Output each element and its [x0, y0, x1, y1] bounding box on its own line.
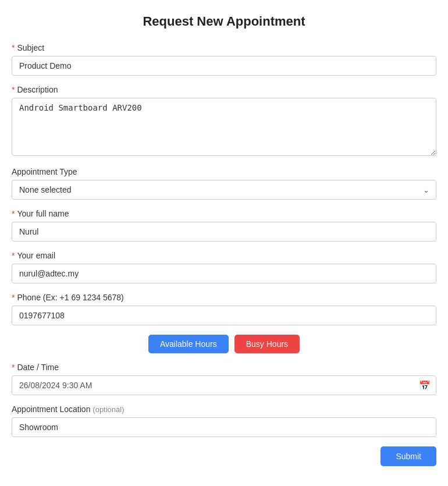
submit-button[interactable]: Submit: [381, 446, 436, 466]
hours-buttons-group: Available Hours Busy Hours: [12, 335, 436, 353]
busy-hours-button[interactable]: Busy Hours: [234, 335, 300, 353]
subject-label: *Subject: [12, 43, 436, 52]
description-textarea[interactable]: Android Smartboard ARV200: [12, 98, 436, 156]
datetime-label: *Date / Time: [12, 363, 436, 372]
email-required-star: *: [12, 251, 15, 260]
datetime-required-star: *: [12, 363, 15, 372]
phone-group: *Phone (Ex: +1 69 1234 5678): [12, 293, 436, 325]
location-input[interactable]: [12, 417, 436, 437]
description-required-star: *: [12, 85, 15, 94]
description-group: *Description Android Smartboard ARV200: [12, 85, 436, 158]
location-label: Appointment Location (optional): [12, 405, 436, 414]
phone-input[interactable]: [12, 306, 436, 325]
email-label: *Your email: [12, 251, 436, 260]
email-input[interactable]: [12, 264, 436, 283]
location-group: Appointment Location (optional): [12, 405, 436, 437]
page-wrapper: Request New Appointment *Subject *Descri…: [0, 0, 448, 486]
page-title: Request New Appointment: [12, 12, 436, 29]
appointment-type-select-wrapper: None selected Online In-Person Phone Cal…: [12, 180, 436, 200]
submit-row: Submit: [12, 446, 436, 466]
subject-required-star: *: [12, 43, 15, 52]
full-name-input[interactable]: [12, 222, 436, 242]
datetime-wrapper: 📅: [12, 375, 436, 395]
subject-group: *Subject: [12, 43, 436, 76]
appointment-type-group: Appointment Type None selected Online In…: [12, 167, 436, 200]
datetime-input[interactable]: [12, 375, 436, 395]
appointment-type-label: Appointment Type: [12, 167, 436, 176]
location-optional-text: (optional): [93, 405, 124, 414]
full-name-group: *Your full name: [12, 209, 436, 242]
email-group: *Your email: [12, 251, 436, 283]
full-name-required-star: *: [12, 209, 15, 218]
phone-required-star: *: [12, 293, 15, 302]
description-label: *Description: [12, 85, 436, 94]
subject-input[interactable]: [12, 56, 436, 76]
phone-label: *Phone (Ex: +1 69 1234 5678): [12, 293, 436, 302]
available-hours-button[interactable]: Available Hours: [148, 335, 229, 353]
appointment-type-select[interactable]: None selected Online In-Person Phone Cal…: [12, 180, 436, 200]
datetime-group: *Date / Time 📅: [12, 363, 436, 395]
full-name-label: *Your full name: [12, 209, 436, 218]
